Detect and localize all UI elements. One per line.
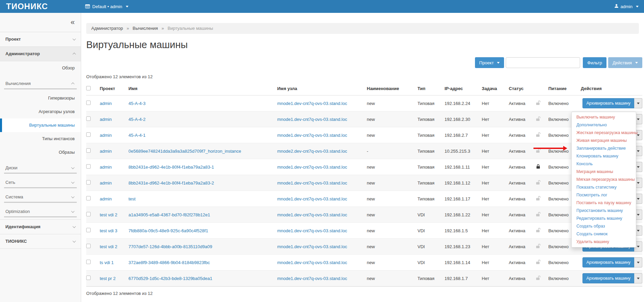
- vm-name-link[interactable]: 372ae8f9-3489-4866-9b04-8184b9823fbc: [128, 260, 210, 265]
- select-all-checkbox[interactable]: [86, 86, 91, 90]
- vm-name-link[interactable]: 7fdb880a-09c5-48e9-925c-6a90c4f528f1: [128, 228, 208, 233]
- vm-name-link[interactable]: 6770d529-1d5c-42b3-bde8-1329ba05dea1: [128, 276, 212, 281]
- col-header-ip[interactable]: IP-адрес: [445, 86, 482, 91]
- host-node-link[interactable]: mnode1.dev-cnt7q-ovs-03.stand.loc: [277, 212, 347, 217]
- vm-name-link[interactable]: 7707de57-126d-4bbb-a00b-8135110d9a09: [128, 244, 212, 249]
- col-header-project[interactable]: Проект: [100, 86, 128, 91]
- sidebar-item[interactable]: Администратор: [0, 46, 81, 61]
- sidebar-item[interactable]: ТИОНИКС: [0, 234, 81, 249]
- row-checkbox[interactable]: [86, 196, 91, 200]
- archive-vm-button[interactable]: Архивировать машину: [582, 98, 634, 108]
- project-link[interactable]: admin: [100, 101, 112, 106]
- filter-button[interactable]: Фильтр: [583, 57, 606, 68]
- search-input[interactable]: [506, 57, 580, 68]
- host-node-link[interactable]: mnode1.dev-cnt7q-ovs-03.stand.loc: [277, 101, 347, 106]
- project-link[interactable]: admin: [100, 117, 112, 122]
- host-node-link[interactable]: mnode1.dev-cnt7q-ovs-03.stand.loc: [277, 165, 347, 170]
- host-node-link[interactable]: mnode1.dev-cnt7q-ovs-03.stand.loc: [277, 117, 347, 122]
- sidebar-item[interactable]: Идентификация: [0, 219, 81, 234]
- row-checkbox[interactable]: [86, 164, 91, 169]
- col-header-power[interactable]: Питание: [548, 86, 578, 91]
- action-menu-item[interactable]: Удалить машину: [572, 238, 636, 246]
- action-menu-item[interactable]: Дополнительно: [572, 121, 636, 129]
- breadcrumb-admin[interactable]: Администратор: [91, 26, 123, 31]
- row-checkbox[interactable]: [86, 148, 91, 153]
- sidebar-item[interactable]: Диски: [4, 163, 77, 174]
- row-checkbox[interactable]: [86, 212, 91, 216]
- project-filter-dropdown-button[interactable]: Проект: [475, 57, 504, 68]
- col-header-task[interactable]: Задача: [482, 86, 509, 91]
- action-menu-item[interactable]: Жесткая перезагрузка машины: [572, 129, 636, 137]
- archive-vm-button[interactable]: Архивировать машину: [582, 273, 634, 283]
- project-link[interactable]: admin: [100, 133, 112, 138]
- action-menu-item[interactable]: Запланировать действие: [572, 145, 636, 152]
- vm-name-link[interactable]: 45-A-4-2: [128, 117, 146, 122]
- action-menu-item[interactable]: Посмотреть лог: [572, 191, 636, 199]
- row-actions-caret-button[interactable]: [634, 273, 642, 283]
- sidebar-item[interactable]: Optimization: [4, 207, 77, 217]
- vm-name-link[interactable]: 45-A-4-1: [128, 133, 146, 138]
- project-link[interactable]: test vdi 2: [100, 244, 117, 249]
- action-menu-item[interactable]: Выключить машину: [572, 113, 636, 121]
- action-menu-item[interactable]: Создать снимок: [572, 230, 636, 238]
- action-menu-item[interactable]: Миграция машины: [572, 168, 636, 176]
- vm-name-link[interactable]: 8bb2431e-d962-4e1b-80f4-f1eba79a2a83-1: [128, 165, 214, 170]
- project-link[interactable]: admin: [100, 165, 112, 170]
- vm-name-link[interactable]: 8bb2431e-d962-4e1b-80f4-f1eba79a2a83-2: [128, 180, 214, 186]
- action-menu-item[interactable]: Редактировать машину: [572, 215, 636, 222]
- action-menu-item[interactable]: Мягкая перезагрузка машины: [572, 176, 636, 184]
- action-menu-item[interactable]: Консоль: [572, 160, 636, 168]
- host-node-link[interactable]: mnode1.dev-cnt7q-ovs-03.stand.loc: [277, 180, 347, 186]
- sidebar-item[interactable]: Обзор: [0, 61, 81, 75]
- host-node-link[interactable]: mnode2.dev-cnt7q-ovs-03.stand.loc: [277, 149, 347, 154]
- breadcrumb-compute[interactable]: Вычисления: [133, 26, 158, 31]
- sidebar-item[interactable]: Виртуальные машины: [0, 118, 81, 132]
- col-header-status[interactable]: Статус: [509, 86, 536, 91]
- project-link[interactable]: admin: [100, 149, 112, 154]
- col-header-type[interactable]: Тип: [418, 86, 445, 91]
- action-menu-item[interactable]: Поставить на паузу машину: [572, 199, 636, 207]
- row-checkbox[interactable]: [86, 180, 91, 185]
- domain-project-switcher[interactable]: Default • admin: [85, 4, 128, 9]
- project-link[interactable]: admin: [100, 196, 112, 201]
- sidebar-item[interactable]: Сеть: [4, 178, 77, 188]
- project-link[interactable]: ts vdi 1: [100, 260, 114, 265]
- row-checkbox[interactable]: [86, 101, 91, 105]
- host-node-link[interactable]: mnode1.dev-cnt7q-ovs-03.stand.loc: [277, 260, 347, 265]
- vm-name-link[interactable]: test: [128, 196, 136, 201]
- col-header-designation[interactable]: Наименование: [367, 86, 418, 91]
- sidebar-item[interactable]: Вычисления: [4, 79, 77, 89]
- project-link[interactable]: test pr 2: [100, 276, 116, 281]
- row-checkbox[interactable]: [86, 132, 91, 137]
- sidebar-item[interactable]: Агрегаторы узлов: [0, 105, 81, 118]
- action-menu-item[interactable]: Живая миграция машины: [572, 137, 636, 145]
- user-menu[interactable]: admin: [614, 4, 644, 9]
- host-node-link[interactable]: mnode1.dev-cnt7q-ovs-03.stand.loc: [277, 244, 347, 249]
- row-checkbox[interactable]: [86, 228, 91, 232]
- action-menu-item[interactable]: Приостановить машину: [572, 207, 636, 215]
- sidebar-item[interactable]: Образы: [0, 146, 81, 159]
- project-link[interactable]: test vdi 2: [100, 212, 117, 217]
- host-node-link[interactable]: mnode1.dev-cnt7q-ovs-03.stand.loc: [277, 276, 347, 281]
- sidebar-item[interactable]: Проект: [0, 32, 81, 46]
- vm-name-link[interactable]: a1a34905-e5a8-4367-bd70-f82f278b12e1: [128, 212, 210, 217]
- sidebar-item[interactable]: Система: [4, 192, 77, 203]
- vm-name-link[interactable]: 0e5689ee748241dda3a9a3a825d709f7_horizon…: [128, 149, 241, 154]
- vm-name-link[interactable]: 45-A-4-3: [128, 101, 146, 106]
- bulk-actions-dropdown-button[interactable]: Действия: [608, 57, 642, 68]
- sidebar-item[interactable]: Гипервизоры: [0, 91, 81, 105]
- host-node-link[interactable]: mnode1.dev-cnt7q-ovs-03.stand.loc: [277, 133, 347, 138]
- action-menu-item[interactable]: Показать статистику: [572, 184, 636, 191]
- project-link[interactable]: test vdi 3: [100, 228, 117, 233]
- col-header-name[interactable]: Имя: [128, 86, 277, 91]
- sidebar-collapse-button[interactable]: «: [71, 19, 75, 26]
- host-node-link[interactable]: mnode1.dev-cnt7q-ovs-03.stand.loc: [277, 196, 347, 201]
- row-actions-caret-button[interactable]: [634, 98, 642, 108]
- row-checkbox[interactable]: [86, 260, 91, 264]
- row-checkbox[interactable]: [86, 244, 91, 248]
- col-header-node[interactable]: Имя узла: [277, 86, 367, 91]
- host-node-link[interactable]: mnode1.dev-cnt7q-ovs-03.stand.loc: [277, 228, 347, 233]
- row-checkbox[interactable]: [86, 276, 91, 280]
- row-actions-caret-button[interactable]: [634, 257, 642, 267]
- sidebar-item[interactable]: Типы инстансов: [0, 132, 81, 146]
